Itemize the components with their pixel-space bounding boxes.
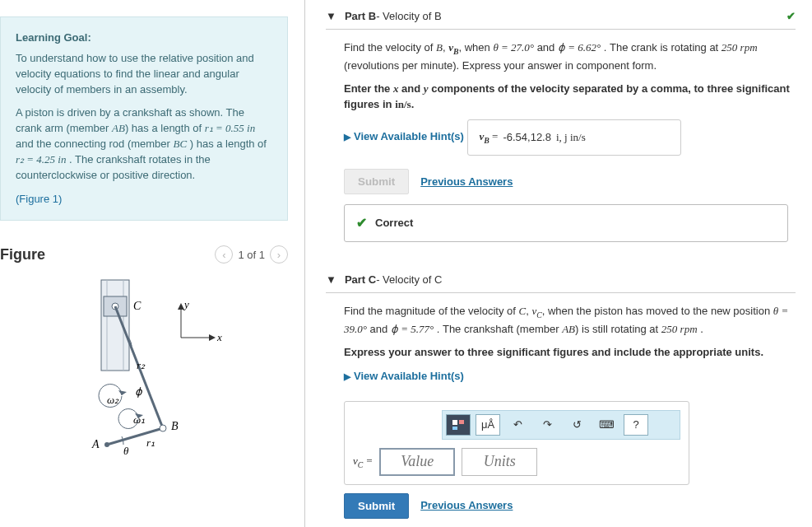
figure-pager-label: 1 of 1 xyxy=(238,249,265,261)
part-b-previous-answers-link[interactable]: Previous Answers xyxy=(420,174,513,190)
part-c-previous-answers-link[interactable]: Previous Answers xyxy=(420,497,513,514)
svg-text:ω₂: ω₂ xyxy=(107,394,119,406)
part-b-collapse-caret[interactable]: ▼ xyxy=(326,10,336,22)
svg-rect-27 xyxy=(459,420,464,424)
part-c-submit-button[interactable]: Submit xyxy=(344,493,409,519)
part-b-label: Part B xyxy=(345,10,376,22)
learning-goal-heading: Learning Goal: xyxy=(16,30,272,46)
svg-text:ϕ: ϕ xyxy=(135,385,143,398)
part-b-body: Find the velocity of B, vB, when θ = 27.… xyxy=(326,30,796,250)
svg-marker-24 xyxy=(209,334,216,341)
part-b-submit-button: Submit xyxy=(344,169,409,194)
part-c-label: Part C xyxy=(345,273,376,286)
svg-rect-26 xyxy=(452,420,457,425)
learning-goal-para1: To understand how to use the relative po… xyxy=(16,51,272,98)
keyboard-button[interactable]: ⌨ xyxy=(594,414,619,436)
svg-text:θ: θ xyxy=(123,445,129,457)
figure-next-button[interactable]: › xyxy=(270,245,288,264)
part-c-instructions: Express your answer to three significant… xyxy=(344,344,796,361)
svg-text:y: y xyxy=(183,298,189,310)
reset-button[interactable]: ↺ xyxy=(564,414,589,436)
svg-text:x: x xyxy=(216,331,222,343)
learning-goal-para2: A piston is driven by a crankshaft as sh… xyxy=(16,105,272,183)
svg-text:ω₁: ω₁ xyxy=(133,413,145,426)
part-c-answer-frame: μÅ ↶ ↷ ↺ ⌨ ? vC = xyxy=(344,401,689,485)
part-c-body: Find the magnitude of the velocity of C,… xyxy=(326,293,796,527)
part-c-value-input[interactable] xyxy=(379,448,455,476)
part-c-subtitle: - Velocity of C xyxy=(376,273,442,286)
learning-goal-panel: Learning Goal: To understand how to use … xyxy=(0,16,288,221)
part-b-correct-feedback: ✔ Correct xyxy=(344,204,788,242)
svg-rect-0 xyxy=(101,280,129,371)
part-b-header: ▼ Part B - Velocity of B ✔ xyxy=(326,3,796,30)
svg-text:B: B xyxy=(171,420,179,432)
template-tool-button[interactable] xyxy=(446,414,471,436)
part-b-answer-units: i, j in/s xyxy=(556,129,586,146)
svg-text:C: C xyxy=(133,300,142,312)
part-c-prompt: Find the magnitude of the velocity of C,… xyxy=(344,303,796,338)
figure-diagram: C r₂ ϕ ω₂ A B r₁ θ xyxy=(0,272,288,480)
svg-marker-21 xyxy=(178,303,184,310)
figure-prev-button[interactable]: ‹ xyxy=(215,245,233,264)
svg-text:r₁: r₁ xyxy=(146,436,155,449)
caret-right-icon: ▶ xyxy=(344,130,350,144)
part-c-units-input[interactable] xyxy=(462,448,537,476)
part-c-collapse-caret[interactable]: ▼ xyxy=(326,273,336,286)
part-b-subtitle: - Velocity of B xyxy=(376,10,441,22)
vc-symbol: vC = xyxy=(353,453,373,471)
part-b-prompt: Find the velocity of B, vB, when θ = 27.… xyxy=(344,40,796,74)
part-b-instructions: Enter the x and y components of the velo… xyxy=(344,81,796,113)
help-button[interactable]: ? xyxy=(624,414,648,436)
redo-button[interactable]: ↷ xyxy=(535,414,559,436)
svg-text:r₂: r₂ xyxy=(137,359,146,371)
svg-text:A: A xyxy=(91,438,100,450)
check-icon: ✔ xyxy=(356,213,367,233)
answer-toolbar: μÅ ↶ ↷ ↺ ⌨ ? xyxy=(442,410,680,440)
figure-pager: ‹ 1 of 1 › xyxy=(215,245,288,264)
svg-rect-28 xyxy=(452,427,457,430)
svg-point-14 xyxy=(160,425,166,431)
part-b-status-check-icon: ✔ xyxy=(786,10,796,22)
part-c-header: ▼ Part C - Velocity of C xyxy=(326,267,796,293)
figure-section-title: Figure xyxy=(0,246,45,264)
part-b-hints-toggle[interactable]: ▶ View Available Hint(s) xyxy=(344,128,464,145)
undo-button[interactable]: ↶ xyxy=(505,414,530,436)
figure-reference-link[interactable]: (Figure 1) xyxy=(16,192,272,208)
svg-marker-9 xyxy=(118,390,127,395)
units-tool-button[interactable]: μÅ xyxy=(476,414,500,436)
caret-right-icon: ▶ xyxy=(344,370,350,384)
part-b-answer-display: vB = -6.54,12.8 i, j in/s xyxy=(467,119,681,156)
part-b-answer-value: -6.54,12.8 xyxy=(503,129,551,146)
part-c-hints-toggle[interactable]: ▶ View Available Hint(s) xyxy=(344,368,464,385)
